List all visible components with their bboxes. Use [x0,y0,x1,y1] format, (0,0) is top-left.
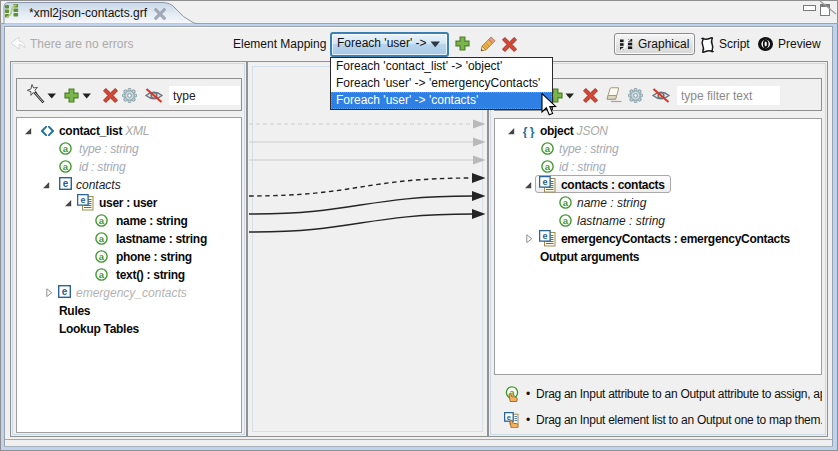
svg-text:a: a [563,197,569,208]
svg-text:e: e [542,231,547,241]
svg-text:a: a [99,233,105,244]
svg-text:a: a [563,215,569,226]
svg-text:e: e [80,195,85,205]
svg-text:a: a [99,251,105,262]
svg-text:a: a [99,269,105,280]
svg-text:a: a [545,161,551,172]
svg-text:}: } [530,125,535,139]
svg-text:a: a [545,143,551,154]
svg-text:a: a [99,215,105,226]
svg-text:a: a [63,143,69,154]
svg-text:e: e [542,177,547,187]
svg-text:e: e [62,286,68,297]
svg-text:a: a [63,161,69,172]
svg-text:e: e [63,178,69,189]
svg-text:{: { [523,125,528,139]
